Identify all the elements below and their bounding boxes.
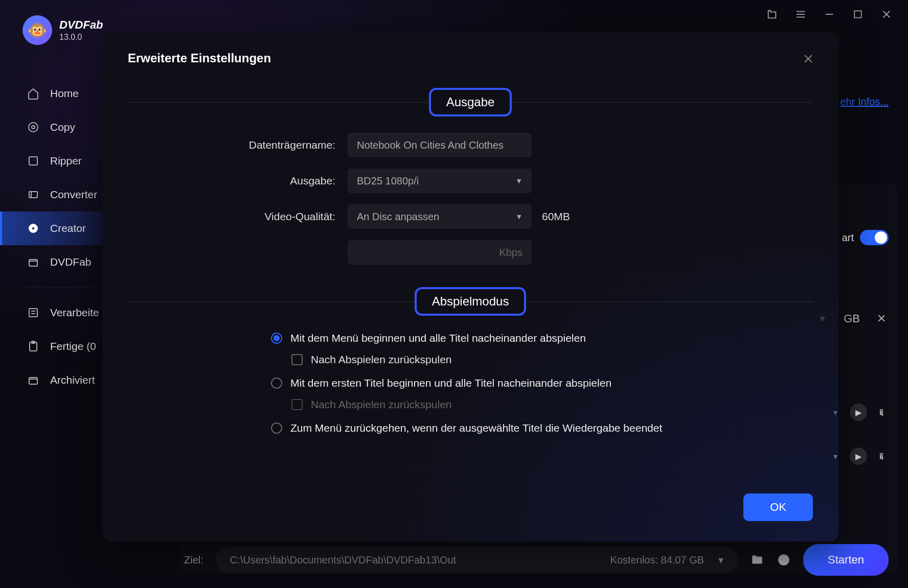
output-row: Ausgabe: BD25 1080p/i ▼ [128,169,813,193]
playmode-group: Mit dem Menü beginnen und alle Titel nac… [271,332,813,434]
volume-name-label: Datenträgername: [128,139,348,151]
quality-label: Video-Qualität: [128,210,348,223]
brand: 🐵 DVDFab 13.0.0 [22,15,103,45]
playmode-option-2[interactable]: Mit dem ersten Titel beginnen und alle T… [271,377,813,389]
checkbox-icon [291,399,303,410]
clipboard-icon [27,340,40,353]
play-button[interactable]: ▶ [850,404,867,421]
volume-name-input[interactable]: Notebook On Cities And Clothes [348,133,532,157]
svg-point-22 [778,554,789,566]
dialog-title: Erweiterte Einstellungen [128,51,813,65]
brand-version: 13.0.0 [59,33,103,42]
copy-icon [27,121,40,134]
svg-rect-9 [29,157,37,165]
quality-size: 60MB [542,210,570,223]
quality-select[interactable]: An Disc anpassen ▼ [348,204,532,229]
chevron-down-icon: ▼ [515,213,523,221]
svg-rect-20 [29,378,37,384]
radio-icon [271,422,282,434]
more-icon[interactable]: �⵿ [874,405,889,419]
ripper-icon [27,154,40,168]
sidebar-item-label: Copy [50,121,75,133]
start-button[interactable]: Starten [803,544,889,576]
theme-icon[interactable] [765,7,779,21]
dest-path: C:\Users\fab\Documents\DVDFab\DVDFab13\O… [230,554,456,566]
svg-rect-14 [29,260,37,266]
section-label: Abspielmodus [415,287,527,316]
sidebar-separator [20,287,102,288]
bottom-bar: Ziel: C:\Users\fab\Documents\DVDFab\DVDF… [184,544,889,576]
playmode-option-2-rewind: Nach Abspielen zurückspulen [291,398,813,411]
app-window: 🐵 DVDFab 13.0.0 Home Copy Ripper Convert… [0,0,908,588]
svg-rect-10 [29,192,37,198]
svg-rect-15 [29,309,37,317]
converter-icon [27,188,40,201]
titlebar [751,0,908,29]
sidebar-item-label: Verarbeite [50,307,99,319]
playmode-option-1[interactable]: Mit dem Menü beginnen und alle Titel nac… [271,332,813,344]
svg-point-13 [32,227,34,229]
dialog-close-button[interactable] [801,51,816,66]
dest-box[interactable]: C:\Users\fab\Documents\DVDFab\DVDFab13\O… [216,547,738,573]
home-icon [27,87,40,100]
creator-icon [27,222,40,235]
smart-toggle-row: art [842,230,889,245]
bitrate-row: Kbps [128,240,813,265]
maximize-icon[interactable] [851,7,865,21]
svg-point-8 [32,126,35,129]
radio-icon [271,378,282,389]
more-info-link[interactable]: ehr Infos... [841,96,889,108]
sidebar-item-label: Converter [50,189,97,201]
svg-rect-4 [854,11,861,17]
chevron-down-icon[interactable]: ▾ [718,554,723,566]
more-icon[interactable]: �⵿ [874,449,889,463]
free-space: Kostenlos: 84.07 GB [610,554,704,566]
dest-label: Ziel: [184,554,203,566]
package-icon [27,255,40,269]
brand-logo-icon: 🐵 [22,15,52,45]
folder-icon[interactable] [750,553,764,567]
checkbox-icon [291,354,303,365]
size-label: GB [844,312,860,325]
sidebar-item-label: Ripper [50,155,82,167]
volume-name-row: Datenträgername: Notebook On Cities And … [128,133,813,157]
iso-icon[interactable] [777,553,791,567]
playmode-option-1-rewind[interactable]: Nach Abspielen zurückspulen [291,354,813,366]
section-output: Ausgabe [128,88,813,116]
menu-icon[interactable] [793,7,808,21]
archive-icon [27,373,40,387]
sidebar-item-label: Fertige (0 [50,340,96,352]
section-label: Ausgabe [429,88,512,116]
smart-label: art [842,232,854,244]
sidebar-item-label: Home [50,87,79,100]
chevron-down-icon: ▼ [515,177,523,185]
section-playmode: Abspielmodus [128,287,813,316]
smart-toggle[interactable] [860,230,889,245]
list-icon [27,306,40,319]
brand-name: DVDFab [59,18,103,32]
playmode-option-3[interactable]: Zum Menü zurückgehen, wenn der ausgewähl… [271,422,813,434]
minimize-icon[interactable] [822,7,836,21]
quality-row: Video-Qualität: An Disc anpassen ▼ 60MB [128,204,813,229]
sidebar-item-label: DVDFab [50,256,92,268]
radio-icon [271,333,282,344]
advanced-settings-dialog: Erweiterte Einstellungen Ausgabe Datentr… [102,32,838,542]
svg-point-7 [29,123,38,132]
ok-button[interactable]: OK [743,493,813,521]
close-item-icon[interactable]: ✕ [874,312,889,326]
close-icon[interactable] [879,7,894,21]
sidebar-item-label: Archiviert [50,374,95,386]
output-select[interactable]: BD25 1080p/i ▼ [348,169,532,193]
sidebar-item-label: Creator [50,222,86,234]
bitrate-input: Kbps [348,240,532,265]
play-button[interactable]: ▶ [850,448,867,465]
output-label: Ausgabe: [128,175,348,187]
